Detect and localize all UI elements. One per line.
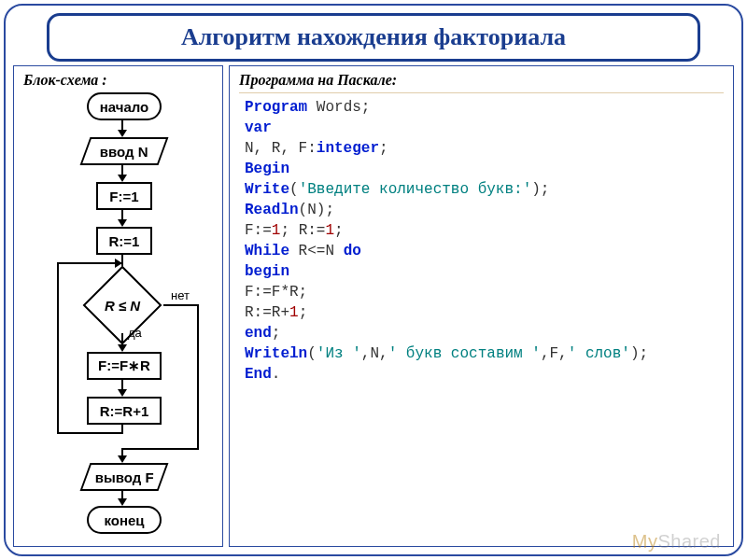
arrowhead-icon (118, 344, 127, 352)
arrow (57, 262, 59, 434)
flow-input: ввод N (80, 137, 169, 165)
flowchart: начало ввод N F:=1 R:=1 R ≤ N да (23, 92, 215, 517)
arrow (122, 448, 199, 450)
content-columns: Блок-схема : начало ввод N F:=1 R:=1 (13, 65, 734, 547)
title-pill: Алгоритм нахождения факториала (47, 13, 700, 62)
arrow (197, 304, 199, 450)
flow-proc-rinc: R:=R+1 (87, 397, 162, 425)
arrowhead-icon (118, 498, 127, 506)
arrow (57, 432, 123, 434)
arrowhead-icon (118, 455, 127, 463)
flow-output: вывод F (80, 463, 169, 491)
flow-proc-fr: F:=F∗R (87, 352, 162, 380)
slide-title: Алгоритм нахождения факториала (181, 23, 566, 51)
arrow (57, 262, 122, 264)
arrow (163, 304, 199, 306)
label-yes: да (128, 326, 142, 340)
code-column: Программа на Паскале: Program Words; var… (229, 65, 734, 547)
arrowhead-icon (118, 219, 127, 227)
arrowhead-icon (118, 175, 127, 182)
flow-end: конец (87, 506, 162, 534)
arrowhead-icon (118, 130, 127, 137)
code-heading: Программа на Паскале: (239, 72, 724, 89)
label-no: нет (171, 288, 190, 302)
arrowhead-icon (118, 389, 127, 397)
flow-decision: R ≤ N (80, 277, 164, 333)
flowchart-heading: Блок-схема : (23, 72, 213, 89)
flow-proc-r1: R:=1 (96, 227, 152, 255)
watermark: MyShared (632, 531, 721, 553)
flow-proc-f1: F:=1 (96, 182, 152, 210)
code-listing: Program Words; var N, R, F:integer; Begi… (239, 92, 724, 388)
flow-start: начало (87, 92, 162, 120)
flowchart-column: Блок-схема : начало ввод N F:=1 R:=1 (13, 65, 223, 547)
